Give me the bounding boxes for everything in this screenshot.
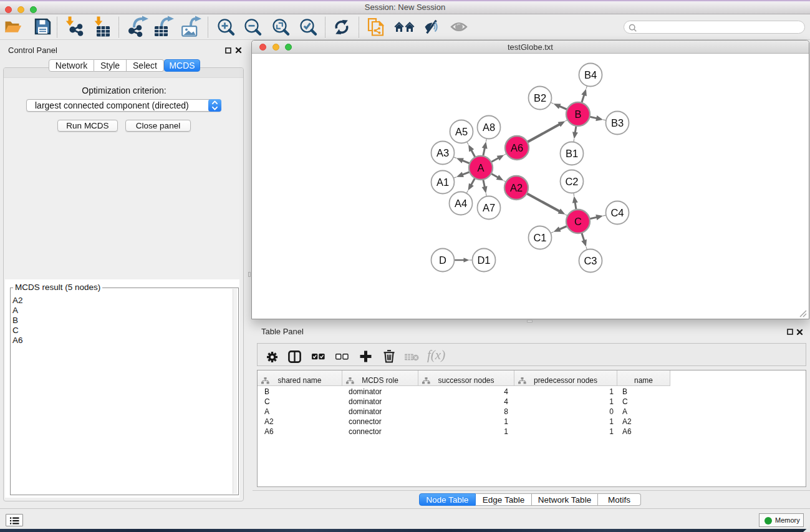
svg-text:B2: B2 (534, 92, 546, 104)
svg-text:D: D (439, 254, 446, 266)
svg-text:B1: B1 (566, 148, 578, 159)
svg-text:C1: C1 (533, 232, 546, 243)
svg-text:A4: A4 (455, 198, 467, 209)
svg-text:A5: A5 (455, 126, 468, 137)
svg-text:C3: C3 (584, 255, 597, 266)
svg-text:C2: C2 (565, 176, 578, 187)
svg-text:C: C (574, 216, 582, 227)
svg-text:A1: A1 (436, 177, 449, 188)
svg-text:A3: A3 (436, 147, 449, 158)
svg-text:A2: A2 (510, 182, 523, 193)
svg-text:A8: A8 (483, 122, 495, 133)
svg-text:B4: B4 (584, 69, 597, 80)
svg-text:A6: A6 (511, 142, 523, 153)
svg-text:A7: A7 (483, 202, 495, 213)
svg-text:B: B (574, 109, 581, 120)
svg-text:A: A (477, 162, 484, 173)
svg-text:D1: D1 (477, 254, 490, 266)
svg-text:C4: C4 (610, 207, 624, 218)
svg-text:B3: B3 (611, 117, 624, 128)
